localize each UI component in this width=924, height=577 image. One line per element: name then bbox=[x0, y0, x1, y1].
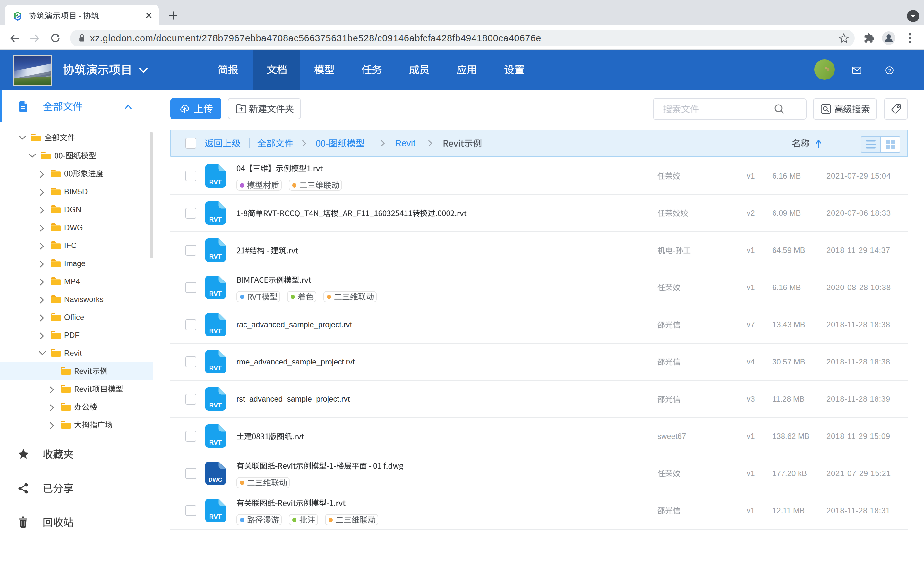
svg-text:RVT: RVT bbox=[209, 402, 222, 409]
svg-text:RVT: RVT bbox=[209, 513, 222, 520]
svg-text:?: ? bbox=[888, 68, 891, 73]
svg-text:RVT: RVT bbox=[209, 179, 222, 185]
svg-text:RVT: RVT bbox=[209, 364, 222, 372]
svg-text:RVT: RVT bbox=[209, 290, 222, 297]
svg-text:RVT: RVT bbox=[209, 439, 222, 446]
svg-text:RVT: RVT bbox=[209, 253, 222, 260]
svg-text:RVT: RVT bbox=[209, 327, 222, 334]
svg-text:DWG: DWG bbox=[208, 477, 223, 483]
svg-text:RVT: RVT bbox=[209, 216, 222, 223]
